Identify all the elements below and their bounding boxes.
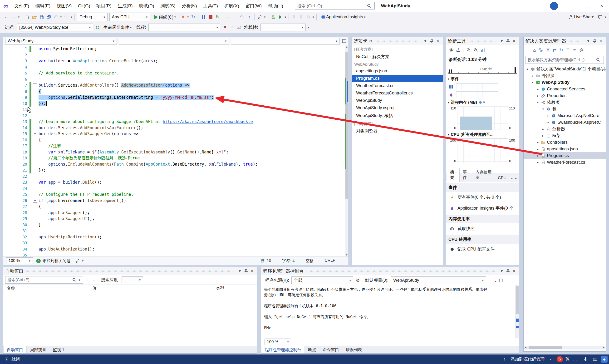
menu-item[interactable]: 项目(P) <box>93 0 115 12</box>
document-tab-item[interactable]: 对象浏览器 <box>352 127 443 135</box>
home-icon[interactable]: ⌂ <box>531 47 538 54</box>
code-line[interactable]: 17 //注释 <box>3 143 345 149</box>
Live Share-button[interactable]: Live Share <box>566 13 596 21</box>
code-line[interactable]: 6 <box>3 76 345 83</box>
tree-item[interactable]: ▸Connected Services <box>524 86 606 92</box>
step-over-icon[interactable]: ↷ <box>239 13 246 21</box>
tree-item[interactable]: ▸{}appsettings.json <box>524 146 606 152</box>
horizontal-scrollbar[interactable]: ◀ ▶ <box>524 346 605 350</box>
solution-search-box[interactable]: 搜索解决方案资源管理器(Ctrl+;) <box>526 56 604 64</box>
diagnostics-tab[interactable]: 内存使用率 <box>472 168 495 182</box>
zoom-dropdown[interactable]: 100 % ▾ <box>6 257 33 264</box>
console-tab[interactable]: 命令窗口 <box>320 346 342 353</box>
code-line[interactable]: 31 <box>3 228 345 234</box>
code-line[interactable]: 3var builder = WebApplication.CreateBuil… <box>3 58 345 64</box>
summary-row[interactable]: 所有事件(0 个, 共 0 个) <box>446 192 519 203</box>
search-next-icon[interactable]: ↓ <box>91 276 98 283</box>
document-tab-item[interactable]: WebApiStudy: 概括 <box>352 112 443 120</box>
new-file-icon[interactable] <box>24 13 31 21</box>
chevron-down-icon[interactable]: ▾ <box>604 15 607 19</box>
document-tab-item[interactable]: WebApiStudy.csproj <box>352 104 443 112</box>
flag-icon[interactable]: ⚑ <box>221 24 228 31</box>
gear-icon[interactable]: ⚙ <box>367 38 375 45</box>
diagnostics-tab[interactable]: 事件 <box>460 168 472 182</box>
pin-icon[interactable] <box>243 268 249 274</box>
menu-item[interactable]: 窗口(W) <box>242 0 265 12</box>
tree-item[interactable]: ▸外部源 <box>524 72 606 79</box>
chevron-down-icon[interactable]: ▾ <box>284 15 287 19</box>
pin-icon[interactable] <box>505 268 511 274</box>
stop-icon[interactable] <box>207 13 214 21</box>
project-dropdown[interactable]: WebApiStudy ▾ <box>5 38 117 44</box>
column-type[interactable]: 类型 <box>213 286 257 291</box>
code-line[interactable]: 15–builder.Services.AddSwaggerGen(option… <box>3 131 345 137</box>
expanded-arrow-icon[interactable]: ▾ <box>525 67 530 71</box>
collapse-region-icon[interactable]: – <box>33 132 37 136</box>
collapse-region-icon[interactable]: – <box>33 83 37 87</box>
code-cleanup-icon[interactable] <box>74 257 81 264</box>
code-line[interactable]: 22 <box>3 173 345 180</box>
clear-console-icon[interactable] <box>490 277 497 284</box>
menu-item[interactable]: 视图(V) <box>53 0 75 12</box>
drag-handle[interactable] <box>569 40 583 42</box>
chevron-down-icon[interactable]: ▾ <box>81 259 84 263</box>
code-line[interactable]: 10}); <box>3 101 345 107</box>
forward-icon[interactable]: → <box>10 13 17 21</box>
column-divider[interactable] <box>213 294 213 346</box>
tree-item[interactable]: ▸C#Program.cs <box>524 152 606 159</box>
scrollbar-thumb[interactable] <box>529 346 562 349</box>
scroll-right-icon[interactable]: ▶ <box>603 346 605 349</box>
code-line[interactable]: 29 app.UseSwaggerUI(); <box>3 216 345 222</box>
tree-item[interactable]: ▾解决方案"WebApiStudy"(1 个项目/共 <box>524 66 606 72</box>
window-position-icon[interactable]: ▾ <box>237 268 243 274</box>
type-dropdown[interactable]: ▾ <box>119 38 229 44</box>
document-tab-item[interactable]: WeatherForecastController.cs <box>352 90 443 97</box>
output-page-icon[interactable] <box>3 356 10 363</box>
code-line[interactable]: 9 options.SerializerSettings.DateFormatS… <box>3 94 345 101</box>
member-dropdown[interactable]: ▾ <box>231 38 339 44</box>
chevron-down-icon[interactable]: ▾ <box>70 15 73 19</box>
session-timeline[interactable]: 1:00分钟 <box>448 64 517 74</box>
microphone-icon[interactable] <box>582 356 589 363</box>
code-line[interactable]: 24 <box>3 186 345 192</box>
code-line[interactable]: 25// Configure the HTTP request pipeline… <box>3 192 345 198</box>
refresh-icon[interactable]: ↻ <box>558 47 565 54</box>
spaces-indicator[interactable]: 空格 <box>306 258 314 264</box>
drag-handle[interactable] <box>306 270 496 272</box>
document-tab-item[interactable]: Program.cs <box>352 75 443 82</box>
collapsed-arrow-icon[interactable]: ▸ <box>546 114 551 117</box>
split-window-icon[interactable] <box>341 38 348 45</box>
restart-icon[interactable]: ↻ <box>214 13 221 21</box>
autos-tab[interactable]: 局部变量 <box>27 346 50 353</box>
collapse-region-icon[interactable]: – <box>33 199 37 203</box>
collapsed-arrow-icon[interactable]: ▸ <box>535 147 540 151</box>
lifecycle-icon[interactable] <box>94 24 101 31</box>
chevron-down-icon[interactable]: ▾ <box>59 15 63 19</box>
menu-item[interactable]: 工具(T) <box>200 0 221 12</box>
redo-icon[interactable]: ↷ <box>63 13 70 21</box>
back-icon[interactable]: ← <box>3 13 10 21</box>
scroll-down-icon[interactable]: ▼ <box>345 254 349 256</box>
back-icon[interactable]: ← <box>525 47 531 54</box>
default-project-dropdown[interactable]: WebApiStudy ▾ <box>391 276 486 284</box>
stack-frame-dropdown[interactable]: ▾ <box>260 24 306 31</box>
tree-item[interactable]: ▸Swashbuckle.AspNetC <box>524 119 606 126</box>
zoom-out-icon[interactable] <box>472 47 479 54</box>
test-explorer-icon[interactable] <box>270 13 277 21</box>
export-icon[interactable] <box>455 47 462 54</box>
sync-icon[interactable]: ⇄ <box>551 47 558 54</box>
diagnostics-tab[interactable]: 摘要 <box>447 168 460 182</box>
platform-dropdown[interactable]: Any CPU▾ <box>109 13 150 21</box>
pause-icon[interactable] <box>200 13 207 21</box>
thread-dropdown[interactable]: ▾ <box>148 24 220 31</box>
collapsed-arrow-icon[interactable]: ▸ <box>530 74 535 78</box>
code-area[interactable]: 1using System.Reflection;23var builder =… <box>3 45 345 257</box>
keyboard-icon[interactable] <box>591 356 598 363</box>
code-line[interactable]: 30} <box>3 222 345 228</box>
autos-tab[interactable]: 监视 1 <box>50 346 67 353</box>
save-all-icon[interactable] <box>45 13 52 21</box>
code-line[interactable]: 32app.UseHttpsRedirection(); <box>3 234 345 240</box>
close-button[interactable]: × <box>594 0 609 12</box>
column-value[interactable]: 值 <box>89 286 213 291</box>
console-tab[interactable]: 程序包管理器控制台 <box>261 346 305 353</box>
